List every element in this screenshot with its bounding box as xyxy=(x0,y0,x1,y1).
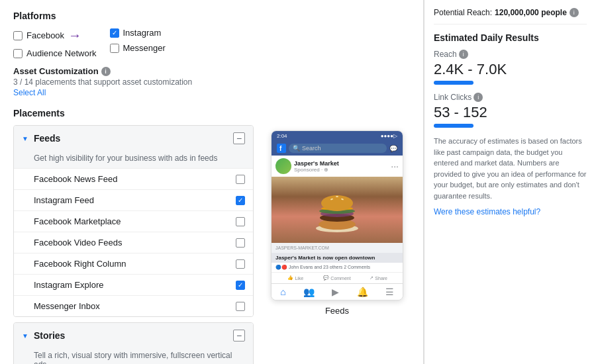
facebook-marketplace-item: Facebook Marketplace xyxy=(14,210,253,232)
link-clicks-label: Link Clicks i xyxy=(434,93,587,102)
messenger-label: Messenger xyxy=(123,43,166,53)
stories-header-left: ▼ Stories xyxy=(22,330,65,341)
phone-status-bar: 2:04 ●●●●▷ xyxy=(272,131,403,141)
phone-time: 2:04 xyxy=(277,133,287,139)
share-icon: ↗ xyxy=(370,275,373,281)
placements-title: Placements xyxy=(13,108,410,118)
reach-metric-label: Reach i xyxy=(434,50,587,59)
phone-mockup: 2:04 ●●●●▷ f 🔍 xyxy=(271,130,403,300)
stories-minus-button[interactable]: − xyxy=(233,330,245,341)
potential-reach: Potential Reach: 120,000,000 people i xyxy=(434,8,587,17)
instagram-feed-checkbox[interactable]: ✓ xyxy=(236,196,245,205)
instagram-explore-checkbox[interactable]: ✓ xyxy=(236,281,245,290)
facebook-marketplace-label: Facebook Marketplace xyxy=(34,216,121,226)
helpful-link[interactable]: Were these estimates helpful? xyxy=(434,207,540,216)
reach-metric-bar xyxy=(434,81,473,85)
search-icon: 🔍 xyxy=(293,145,300,152)
feeds-group: ▼ Feeds − Get high visibility for your b… xyxy=(13,125,254,317)
comment-button[interactable]: 💬 Comment xyxy=(317,275,358,281)
like-icon: 👍 xyxy=(287,275,293,281)
audience-network-checkbox-item[interactable]: Audience Network xyxy=(13,48,97,58)
link-clicks-metric: Link Clicks i 53 - 152 xyxy=(434,93,587,128)
select-all-link[interactable]: Select All xyxy=(13,88,410,97)
nav-friends-icon[interactable]: 👥 xyxy=(303,287,315,297)
facebook-checkbox-item[interactable]: Facebook → xyxy=(13,28,97,43)
stories-group: ▼ Stories − Tell a rich, visual story wi… xyxy=(13,322,254,364)
nav-home-icon[interactable]: ⌂ xyxy=(280,287,285,297)
post-more-icon[interactable]: ··· xyxy=(391,161,399,171)
messenger-inbox-checkbox[interactable] xyxy=(236,302,245,311)
asset-customization-section: Asset Customization i 3 / 14 placements … xyxy=(13,66,410,97)
stories-group-title: Stories xyxy=(34,330,65,341)
preview-panel: ↙ 2:04 ●●●●▷ f xyxy=(264,125,410,364)
messenger-checkbox-item[interactable]: Messenger xyxy=(110,43,166,53)
main-content: ▼ Feeds − Get high visibility for your b… xyxy=(13,125,410,364)
facebook-video-feeds-label: Facebook Video Feeds xyxy=(34,238,122,248)
feeds-subtitle: Get high visibility for your business wi… xyxy=(14,151,253,168)
instagram-explore-item: Instagram Explore ✓ xyxy=(14,274,253,295)
platforms-row: Facebook → Audience Network ✓ Instagram … xyxy=(13,28,410,58)
facebook-right-column-item: Facebook Right Column xyxy=(14,253,253,274)
burger-svg xyxy=(311,183,364,236)
facebook-label: Facebook xyxy=(26,30,64,40)
asset-info-icon[interactable]: i xyxy=(101,67,111,76)
messenger-checkbox[interactable] xyxy=(110,44,119,53)
nav-watch-icon[interactable]: ▶ xyxy=(332,287,339,297)
facebook-video-feeds-checkbox[interactable] xyxy=(236,238,245,248)
post-link-preview: JASPERS-MARKET.COM xyxy=(272,243,403,253)
post-reactions: 🔵🔴 John Evans and 23 others 2 Comments xyxy=(272,263,403,272)
estimated-daily-title: Estimated Daily Results xyxy=(434,32,587,43)
asset-customization-title: Asset Customization i xyxy=(13,66,410,76)
phone-nav: ⌂ 👥 ▶ 🔔 ☰ xyxy=(272,283,403,300)
nav-bell-icon[interactable]: 🔔 xyxy=(357,287,368,297)
link-clicks-info-icon[interactable]: i xyxy=(473,93,483,102)
stories-group-header[interactable]: ▼ Stories − xyxy=(14,323,253,348)
instagram-explore-label: Instagram Explore xyxy=(34,280,104,290)
feeds-minus-button[interactable]: − xyxy=(233,132,245,144)
instagram-label: Instagram xyxy=(123,28,162,38)
reach-metric-value: 2.4K - 7.0K xyxy=(434,61,587,78)
post-name: Jasper's Market xyxy=(294,160,388,167)
facebook-video-feeds-item: Facebook Video Feeds xyxy=(14,232,253,253)
facebook-logo-icon: f xyxy=(277,144,286,153)
reach-info-icon[interactable]: i xyxy=(570,8,579,17)
burger-image xyxy=(272,177,403,243)
post-header: Jasper's Market Sponsored · ⊕ ··· xyxy=(272,156,403,177)
left-panel: Platforms Facebook → Audience Network ✓ … xyxy=(0,0,424,364)
preview-container: ↙ 2:04 ●●●●▷ f xyxy=(264,130,410,316)
facebook-marketplace-checkbox[interactable] xyxy=(236,217,245,226)
feeds-group-header[interactable]: ▼ Feeds − xyxy=(14,126,253,151)
right-panel: Potential Reach: 120,000,000 people i Es… xyxy=(424,0,596,364)
nav-menu-icon[interactable]: ☰ xyxy=(385,287,394,297)
potential-reach-value: 120,000,000 people xyxy=(495,8,567,17)
facebook-checkbox[interactable] xyxy=(13,31,23,40)
reach-metric-info-icon[interactable]: i xyxy=(459,50,468,59)
search-placeholder: Search xyxy=(302,145,321,152)
share-button[interactable]: ↗ Share xyxy=(358,275,399,281)
post-cta: Jasper's Market is now open downtown xyxy=(272,253,403,263)
asset-subtitle: 3 / 14 placements that support asset cus… xyxy=(13,77,410,87)
facebook-right-column-checkbox[interactable] xyxy=(236,259,245,269)
post-meta: Jasper's Market Sponsored · ⊕ xyxy=(294,160,388,173)
feeds-group-title: Feeds xyxy=(34,133,60,144)
link-clicks-bar xyxy=(434,124,473,128)
like-button[interactable]: 👍 Like xyxy=(275,275,316,281)
post-sponsored: Sponsored · ⊕ xyxy=(294,167,388,173)
feeds-header-left: ▼ Feeds xyxy=(22,133,60,144)
audience-network-label: Audience Network xyxy=(26,48,97,58)
reach-section: Potential Reach: 120,000,000 people i xyxy=(434,8,587,24)
stories-chevron-icon: ▼ xyxy=(22,332,28,340)
placements-list: ▼ Feeds − Get high visibility for your b… xyxy=(13,125,254,364)
facebook-right-column-label: Facebook Right Column xyxy=(34,259,126,269)
svg-point-8 xyxy=(321,195,353,211)
instagram-checkbox[interactable]: ✓ xyxy=(110,28,119,38)
audience-network-checkbox[interactable] xyxy=(13,49,23,58)
facebook-news-feed-checkbox[interactable] xyxy=(236,175,245,184)
instagram-checkbox-item[interactable]: ✓ Instagram xyxy=(110,28,166,38)
link-clicks-value: 53 - 152 xyxy=(434,104,587,121)
post-avatar xyxy=(275,158,291,174)
facebook-arrow: → xyxy=(68,28,81,43)
stories-subtitle: Tell a rich, visual story with immersive… xyxy=(14,348,253,364)
preview-label: Feeds xyxy=(325,306,349,316)
facebook-news-feed-label: Facebook News Feed xyxy=(34,174,117,184)
